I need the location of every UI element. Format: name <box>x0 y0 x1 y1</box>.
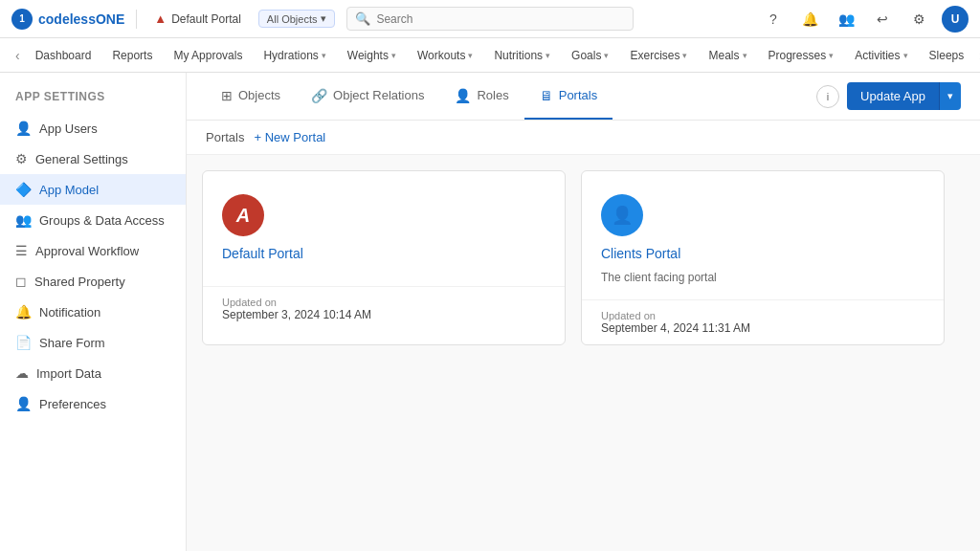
portal-default-name: Default Portal <box>222 246 546 261</box>
portal-card-clients-body: 👤 Clients Portal The client facing porta… <box>582 171 944 299</box>
sidebar: App Settings 👤 App Users ⚙ General Setti… <box>0 73 187 551</box>
sidebar-item-shared-property[interactable]: ◻ Shared Property <box>0 266 186 297</box>
brand-name: codelessONE <box>38 11 124 27</box>
sidebar-label-general-settings: General Settings <box>35 152 128 166</box>
sidebar-item-notification[interactable]: 🔔 Notification <box>0 297 186 327</box>
portal-card-clients[interactable]: 👤 Clients Portal The client facing porta… <box>581 170 945 345</box>
main-layout: App Settings 👤 App Users ⚙ General Setti… <box>0 73 980 551</box>
update-app-button-group: Update App ▾ <box>847 82 961 110</box>
portal-clients-name: Clients Portal <box>601 246 924 261</box>
portal-clients-updated-label: Updated on <box>601 310 924 321</box>
shared-property-icon: ◻ <box>15 274 27 289</box>
nav-item-nutritions[interactable]: Nutritions▾ <box>484 43 560 68</box>
portals-breadcrumb-link[interactable]: Portals <box>206 130 244 144</box>
portals-breadcrumb-bar: Portals + New Portal <box>187 121 980 155</box>
portal-clients-footer: Updated on September 4, 2024 11:31 AM <box>582 299 944 344</box>
nav-item-activities[interactable]: Activities▾ <box>845 43 917 68</box>
share-form-icon: 📄 <box>15 335 32 350</box>
search-icon: 🔍 <box>355 11 370 26</box>
object-relations-tab-icon: 🔗 <box>311 88 327 103</box>
sidebar-label-preferences: Preferences <box>39 397 106 411</box>
sidebar-item-app-users[interactable]: 👤 App Users <box>0 113 186 143</box>
top-bar: 1 codelessONE ▲ Default Portal All Objec… <box>0 0 980 38</box>
tab-objects[interactable]: ⊞ Objects <box>206 73 296 120</box>
portals-tab-icon: 🖥 <box>540 88 553 103</box>
logo[interactable]: 1 codelessONE <box>11 9 124 30</box>
sidebar-item-preferences[interactable]: 👤 Preferences <box>0 388 186 419</box>
sidebar-label-approval: Approval Workflow <box>35 244 139 258</box>
sidebar-item-share-form[interactable]: 📄 Share Form <box>0 327 186 358</box>
nav-item-exercises[interactable]: Exercises▾ <box>620 43 697 68</box>
new-portal-button[interactable]: + New Portal <box>254 130 325 144</box>
portal-default-icon: A <box>222 194 264 236</box>
nav-item-reports[interactable]: Reports <box>102 43 162 68</box>
nav-item-workouts[interactable]: Workouts▾ <box>408 43 482 68</box>
portal-card-default-body: A Default Portal <box>203 171 565 286</box>
objects-tab-icon: ⊞ <box>221 88 233 103</box>
portal-default-footer: Updated on September 3, 2024 10:14 AM <box>203 286 565 331</box>
sidebar-label-notification: Notification <box>39 305 100 320</box>
portal-default-updated-label: Updated on <box>222 297 546 308</box>
app-users-icon: 👤 <box>15 121 32 136</box>
bell-icon[interactable]: 🔔 <box>796 6 823 33</box>
nav-item-progresses[interactable]: Progresses▾ <box>759 43 844 68</box>
top-bar-icons: ? 🔔 👥 ↩ ⚙ U <box>760 6 969 33</box>
header-actions: i Update App ▾ <box>816 82 961 110</box>
nav-item-meals[interactable]: Meals▾ <box>699 43 756 68</box>
content-header: ⊞ Objects 🔗 Object Relations 👤 Roles 🖥 P… <box>187 73 980 121</box>
portal-icon: ▲ <box>154 11 167 26</box>
sidebar-item-approval-workflow[interactable]: ☰ Approval Workflow <box>0 235 186 266</box>
portal-selector[interactable]: ▲ Default Portal <box>148 9 247 29</box>
import-data-icon: ☁ <box>15 365 29 381</box>
nav-item-hydrations[interactable]: Hydrations▾ <box>254 43 335 68</box>
history-icon[interactable]: ↩ <box>869 6 896 33</box>
portal-card-default[interactable]: A Default Portal Updated on September 3,… <box>202 170 566 345</box>
nav-item-dashboard[interactable]: Dashboard <box>26 43 101 68</box>
nav-item-goals[interactable]: Goals▾ <box>562 43 618 68</box>
app-model-icon: 🔷 <box>15 182 32 197</box>
notification-icon: 🔔 <box>15 304 32 320</box>
update-app-dropdown-arrow[interactable]: ▾ <box>939 82 961 110</box>
search-input[interactable] <box>376 12 625 26</box>
sidebar-item-groups-data-access[interactable]: 👥 Groups & Data Access <box>0 205 186 235</box>
all-objects-dropdown[interactable]: All Objects ▾ <box>258 10 336 28</box>
sidebar-label-app-model: App Model <box>39 183 99 197</box>
avatar[interactable]: U <box>942 6 969 33</box>
approval-icon: ☰ <box>15 243 28 258</box>
roles-tab-icon: 👤 <box>455 88 471 103</box>
nav-item-weights[interactable]: Weights▾ <box>338 43 406 68</box>
divider <box>136 10 137 29</box>
settings-icon[interactable]: ⚙ <box>905 6 932 33</box>
nav-scroll-left[interactable]: ‹ <box>11 48 24 63</box>
sidebar-label-app-users: App Users <box>39 121 98 136</box>
sidebar-item-import-data[interactable]: ☁ Import Data <box>0 358 186 388</box>
update-app-button[interactable]: Update App <box>847 82 939 110</box>
all-objects-label: All Objects <box>267 13 318 25</box>
nav-scroll-right[interactable]: › <box>975 48 980 63</box>
tab-object-relations[interactable]: 🔗 Object Relations <box>296 73 439 120</box>
portal-default-updated-date: September 3, 2024 10:14 AM <box>222 308 546 321</box>
portals-grid: A Default Portal Updated on September 3,… <box>187 155 980 551</box>
general-settings-icon: ⚙ <box>15 151 28 166</box>
nav-item-sleeps[interactable]: Sleeps <box>920 43 974 68</box>
tab-portals-label: Portals <box>559 88 597 102</box>
portals-row: A Default Portal Updated on September 3,… <box>202 170 965 345</box>
nav-bar: ‹ Dashboard Reports My Approvals Hydrati… <box>0 38 980 73</box>
sidebar-item-general-settings[interactable]: ⚙ General Settings <box>0 143 186 174</box>
nav-item-my-approvals[interactable]: My Approvals <box>164 43 252 68</box>
search-bar[interactable]: 🔍 <box>346 7 634 31</box>
info-button[interactable]: i <box>816 85 839 108</box>
groups-icon: 👥 <box>15 212 32 228</box>
preferences-icon: 👤 <box>15 396 32 411</box>
tab-portals[interactable]: 🖥 Portals <box>524 73 612 120</box>
portal-clients-updated-date: September 4, 2024 11:31 AM <box>601 321 924 335</box>
tab-roles[interactable]: 👤 Roles <box>439 73 523 120</box>
new-portal-label: + New Portal <box>254 130 325 144</box>
sidebar-label-shared-property: Shared Property <box>34 275 125 289</box>
sidebar-label-import-data: Import Data <box>36 366 101 381</box>
users-icon[interactable]: 👥 <box>833 6 859 33</box>
tab-roles-label: Roles <box>477 88 508 102</box>
tab-objects-label: Objects <box>238 88 280 102</box>
help-icon[interactable]: ? <box>760 6 787 33</box>
sidebar-item-app-model[interactable]: 🔷 App Model <box>0 174 186 205</box>
